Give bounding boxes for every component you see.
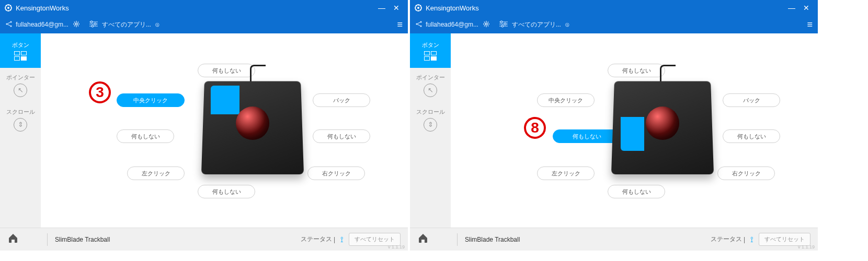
buttons-grid-icon (14, 51, 27, 61)
home-icon[interactable] (7, 232, 19, 247)
tab-scroll[interactable]: スクロール ⇕ (410, 102, 451, 137)
version-label: v 1.1.19 (798, 244, 815, 250)
toolbar: fullahead64@gm... すべてのアプリ... ⊙ ≡ (410, 16, 818, 33)
tab-label: ボタン (12, 41, 29, 49)
device-name: SlimBlade Trackball (465, 236, 520, 243)
share-icon[interactable] (5, 20, 13, 29)
status-separator: | (332, 236, 335, 243)
svg-point-12 (420, 21, 421, 22)
tab-buttons[interactable]: ボタン (410, 33, 451, 68)
main-panel: 3 何もしない 中央クリック バック 何もしない 何もしない 左クリック 右クリ… (41, 33, 408, 228)
user-email[interactable]: fullahead64@gm... (426, 21, 478, 28)
tab-label: スクロール (6, 108, 35, 116)
button-bottom-right[interactable]: 右クリック (717, 167, 775, 180)
svg-point-3 (10, 21, 12, 22)
button-bottom-left[interactable]: 左クリック (537, 167, 595, 180)
toolbar: fullahead64@gm... すべてのアプリ... ⊙ ≡ (0, 16, 408, 33)
tab-pointer[interactable]: ポインター ↖ (410, 68, 451, 102)
home-icon[interactable] (417, 232, 429, 247)
tab-pointer[interactable]: ポインター ↖ (0, 68, 41, 102)
button-mid-left-active[interactable]: 中央クリック (117, 93, 185, 107)
tab-label: スクロール (416, 108, 445, 116)
sidebar: ボタン ポインター ↖ スクロール ⇕ (410, 33, 451, 228)
pointer-icon: ↖ (14, 84, 27, 97)
svg-point-2 (6, 23, 7, 25)
button-mid-right[interactable]: バック (313, 93, 370, 107)
buttons-grid-icon (424, 51, 437, 61)
svg-point-4 (10, 25, 12, 27)
svg-point-6 (90, 21, 93, 23)
tab-scroll[interactable]: スクロール ⇕ (0, 102, 41, 137)
annotation-3: 3 (89, 81, 111, 103)
app-logo-icon (414, 4, 422, 12)
hamburger-menu-icon[interactable]: ≡ (397, 19, 403, 30)
svg-point-5 (75, 23, 77, 25)
scroll-icon: ⇕ (14, 118, 27, 132)
titlebar: KensingtonWorks — ✕ (410, 0, 818, 16)
device-highlight-top-left (211, 86, 239, 114)
svg-point-13 (420, 25, 421, 27)
button-lower-right[interactable]: 何もしない (313, 129, 370, 143)
app-logo-icon (4, 4, 13, 12)
tab-label: ポインター (6, 74, 35, 81)
settings-gear-icon[interactable] (483, 20, 490, 29)
device-name: SlimBlade Trackball (55, 236, 110, 243)
svg-point-7 (94, 23, 96, 25)
tab-label: ボタン (422, 41, 439, 49)
titlebar: KensingtonWorks — ✕ (0, 0, 408, 16)
svg-point-17 (501, 25, 504, 27)
version-label: v 1.1.19 (388, 244, 405, 250)
main-panel: 8 何もしない 中央クリック バック 何もしない 何もしない 左クリック 右クリ… (451, 33, 818, 228)
statusbar: SlimBlade Trackball ステータス | ⟟ すべてリセット (0, 228, 408, 251)
sliders-icon[interactable] (89, 20, 98, 29)
usb-icon: ⟟ (340, 235, 344, 244)
app-title: KensingtonWorks (426, 4, 784, 12)
annotation-8: 8 (524, 117, 546, 139)
sliders-icon[interactable] (499, 20, 508, 29)
status-label: ステータス (301, 235, 332, 244)
svg-point-8 (92, 25, 94, 27)
button-mid-right[interactable]: バック (723, 93, 780, 107)
minimize-button[interactable]: — (784, 4, 799, 12)
trackball-device (613, 65, 712, 174)
button-bottom-left[interactable]: 左クリック (127, 167, 185, 180)
button-lower-right[interactable]: 何もしない (723, 129, 780, 143)
button-bottom-right[interactable]: 右クリック (307, 167, 365, 180)
app-selector[interactable]: すべてのアプリ... ⊙ (102, 20, 397, 29)
svg-point-1 (7, 7, 9, 9)
close-button[interactable]: ✕ (799, 4, 814, 12)
close-button[interactable]: ✕ (389, 4, 404, 12)
svg-point-10 (417, 7, 419, 9)
svg-point-16 (504, 23, 506, 25)
status-label: ステータス (711, 235, 742, 244)
share-icon[interactable] (415, 20, 422, 29)
sidebar: ボタン ポインター ↖ スクロール ⇕ (0, 33, 41, 228)
svg-point-11 (416, 23, 417, 25)
tab-label: ポインター (416, 74, 445, 81)
usb-icon: ⟟ (750, 235, 753, 244)
svg-point-14 (485, 23, 487, 25)
device-highlight-bottom-left (621, 117, 644, 151)
button-very-bottom[interactable]: 何もしない (608, 185, 665, 198)
tab-buttons[interactable]: ボタン (0, 33, 41, 68)
pointer-icon: ↖ (424, 84, 437, 97)
settings-gear-icon[interactable] (73, 20, 80, 29)
app-title: KensingtonWorks (16, 4, 374, 12)
button-lower-left[interactable]: 何もしない (117, 129, 174, 143)
button-lower-left-active[interactable]: 何もしない (553, 129, 621, 143)
minimize-button[interactable]: — (374, 4, 389, 12)
button-mid-left[interactable]: 中央クリック (537, 93, 595, 107)
statusbar: SlimBlade Trackball ステータス | ⟟ すべてリセット (410, 228, 818, 251)
status-separator: | (742, 236, 745, 243)
app-selector[interactable]: すべてのアプリ... ⊙ (512, 20, 807, 29)
hamburger-menu-icon[interactable]: ≡ (807, 19, 813, 30)
trackball-device (203, 65, 302, 174)
svg-point-15 (500, 21, 502, 23)
scroll-icon: ⇕ (424, 118, 437, 132)
button-very-bottom[interactable]: 何もしない (198, 185, 255, 198)
user-email[interactable]: fullahead64@gm... (16, 21, 68, 28)
